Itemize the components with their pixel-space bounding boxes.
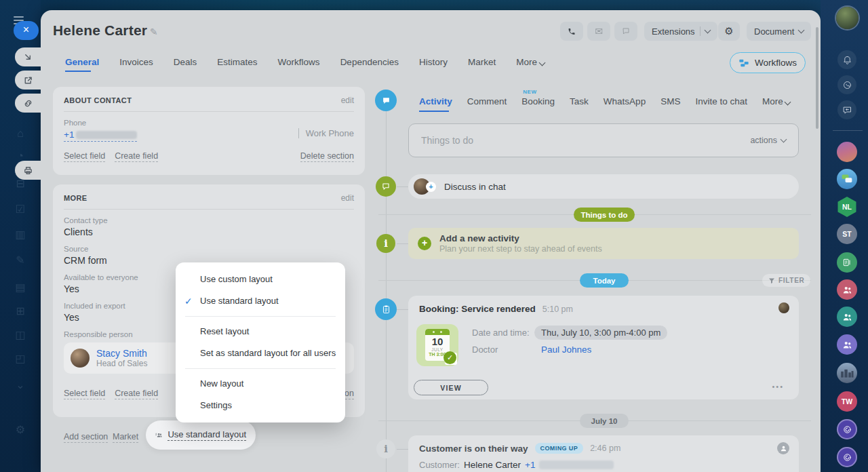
tl-tab-sms[interactable]: SMS	[660, 96, 680, 106]
workflows-button[interactable]: Workflows	[730, 52, 806, 73]
discuss-in-chat-bar[interactable]: + Discuss in chat	[408, 174, 799, 199]
market-link[interactable]: Market	[113, 432, 138, 443]
call-button[interactable]	[560, 22, 583, 41]
chat-avatar-initials[interactable]: ST	[837, 224, 857, 244]
tab-workflows[interactable]: Workflows	[278, 57, 320, 67]
phone-label: Phone	[64, 119, 137, 127]
chat-avatar-initials[interactable]: TW	[837, 391, 857, 412]
redacted-phone	[76, 131, 137, 139]
view-button[interactable]: VIEW	[414, 380, 488, 395]
settings-button[interactable]: ⚙	[718, 22, 740, 41]
extensions-button[interactable]: Extensions	[644, 22, 717, 41]
menu-item-settings[interactable]: Settings	[176, 395, 345, 416]
tab-deals[interactable]: Deals	[174, 57, 197, 67]
menu-item-use-custom-layout[interactable]: Use custom layout	[176, 269, 345, 290]
tab-history[interactable]: History	[419, 57, 448, 67]
open-new-window-button[interactable]	[15, 71, 41, 90]
select-field-link[interactable]: Select field	[64, 389, 105, 399]
doctor-link[interactable]: Paul Johnes	[541, 345, 591, 355]
tab-market[interactable]: Market	[468, 57, 496, 67]
current-user-avatar[interactable]	[836, 7, 859, 29]
email-button[interactable]: ✉	[587, 22, 610, 41]
bar-chart-icon: ▥	[0, 228, 41, 241]
tl-tab-comment[interactable]: Comment	[467, 96, 507, 106]
create-field-link[interactable]: Create field	[115, 389, 158, 399]
use-standard-layout-button[interactable]: Use standard layout	[146, 420, 256, 450]
chat-section-icon	[376, 176, 396, 197]
external-link-icon	[23, 75, 33, 85]
workflows-button-label: Workflows	[755, 58, 797, 68]
chat-avatar-news[interactable]	[837, 252, 857, 273]
tab-invoices[interactable]: Invoices	[119, 57, 153, 67]
delete-section-link[interactable]: Delete section	[300, 151, 354, 162]
people-icon	[842, 312, 853, 322]
panel-scrollbar[interactable]	[816, 27, 818, 129]
bell-icon	[842, 55, 852, 65]
chat-button[interactable]	[614, 22, 637, 41]
layout-people-icon	[155, 430, 162, 440]
edit-name-icon[interactable]: ✎	[150, 26, 158, 37]
chat-avatar-bot[interactable]	[837, 447, 857, 467]
chat-avatar-group[interactable]	[837, 279, 857, 300]
tl-tab-more[interactable]: More	[762, 96, 791, 106]
people-icon	[842, 340, 853, 350]
city-skyline	[840, 368, 854, 378]
chat-avatar-bot[interactable]	[837, 419, 857, 439]
minimize-panel-button[interactable]	[15, 47, 41, 66]
add-activity-card[interactable]: + Add a new activity Plan your next step…	[408, 228, 799, 259]
todo-input[interactable]	[421, 135, 750, 146]
funnel-icon	[768, 277, 775, 284]
tab-more[interactable]: More	[516, 57, 545, 67]
new-badge: NEW	[523, 89, 536, 95]
chat-avatar[interactable]	[837, 142, 857, 162]
menu-item-set-standard-all-users[interactable]: Set as standard layout for all users	[176, 342, 345, 364]
chat-avatar-city[interactable]	[837, 363, 857, 383]
document-dropdown-button[interactable]: Document	[747, 22, 811, 41]
timeline-connector	[397, 449, 408, 450]
chat-history-button[interactable]	[837, 100, 856, 119]
coming-up-badge: COMING UP	[535, 443, 584, 454]
booking-calendar-graphic: 10 JULY TH 3:00 ✓	[416, 324, 458, 366]
clipboard-icon	[381, 304, 391, 315]
chat-avatar-bubbles[interactable]	[837, 169, 857, 189]
filter-button[interactable]: FILTER	[762, 274, 810, 287]
print-button[interactable]	[15, 161, 41, 180]
tl-tab-activity[interactable]: Activity	[419, 96, 452, 106]
actions-dropdown[interactable]: actions	[750, 136, 786, 145]
tasks-icon: ☑	[0, 203, 41, 216]
add-section-link[interactable]: Add section	[64, 432, 108, 443]
app-window: ⌂ ◔ ⊟ ☑ ▥ ✎ ▤ ⊞ ◫ ◰ ⌄ ⚙ × Helene Carter …	[0, 0, 868, 472]
tab-general[interactable]: General	[65, 57, 99, 67]
more-options-icon[interactable]: •••	[772, 382, 784, 391]
copy-link-button[interactable]	[15, 94, 41, 113]
chat-avatar-group[interactable]	[837, 307, 857, 327]
active-tab-underline	[65, 71, 91, 72]
chat-avatar-group[interactable]	[837, 334, 857, 355]
newspaper-icon	[842, 257, 852, 268]
select-field-link[interactable]: Select field	[64, 151, 105, 162]
document-label: Document	[754, 26, 794, 37]
customer-phone[interactable]: +1	[525, 460, 535, 470]
gear-icon: ⚙	[724, 25, 733, 37]
phone-value[interactable]: +1	[64, 130, 137, 142]
responsible-person-name[interactable]: Stacy Smith	[96, 348, 147, 359]
tl-tab-whatsapp[interactable]: WhatsApp	[604, 96, 646, 106]
telephony-button[interactable]	[837, 75, 856, 94]
date-time-label: Date and time:	[472, 328, 534, 338]
tl-tab-task[interactable]: Task	[570, 96, 589, 106]
tl-tab-booking[interactable]: NEW Booking	[521, 96, 555, 106]
edit-section-link[interactable]: edit	[341, 96, 354, 105]
menu-item-new-layout[interactable]: New layout	[176, 373, 345, 395]
edit-section-link[interactable]: edit	[341, 193, 354, 203]
create-field-link[interactable]: Create field	[115, 151, 158, 162]
close-panel-button[interactable]: ×	[14, 21, 39, 40]
menu-item-use-standard-layout[interactable]: ✓ Use standard layout	[176, 290, 345, 312]
package-icon: ◰	[0, 352, 41, 365]
use-standard-layout-label: Use standard layout	[167, 429, 246, 441]
menu-item-reset-layout[interactable]: Reset layout	[176, 321, 345, 342]
tl-tab-invite-to-chat[interactable]: Invite to chat	[695, 96, 747, 106]
info-icon-muted: i	[376, 439, 395, 458]
tab-estimates[interactable]: Estimates	[217, 57, 257, 67]
tab-dependencies[interactable]: Dependencies	[340, 57, 399, 67]
notifications-button[interactable]	[837, 50, 856, 69]
